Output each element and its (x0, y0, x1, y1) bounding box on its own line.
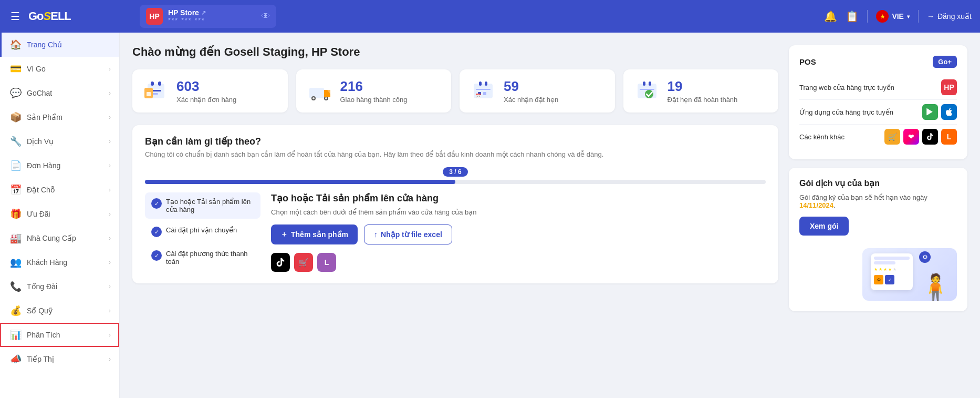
sendo-icon[interactable]: ❤ (903, 129, 919, 145)
next-steps-title: Bạn cần làm gì tiếp theo? (145, 136, 766, 147)
step-label-2: Cài đặt phương thức thanh toán (166, 250, 254, 266)
store-bar[interactable]: HP HP Store ↗ *** *** *** 👁 (140, 5, 276, 28)
xem-goi-button[interactable]: Xem gói (799, 217, 849, 236)
sidebar-item-don-hang[interactable]: 📄 Đơn Hàng › (0, 154, 119, 178)
app-store-icon[interactable] (941, 104, 957, 120)
svg-rect-21 (649, 81, 651, 86)
vietnam-flag: ★ (876, 10, 889, 23)
step-check-0: ✓ (151, 198, 162, 209)
sidebar-item-gochat[interactable]: 💬 GoChat › (0, 81, 119, 105)
logout-icon: → (927, 12, 934, 21)
language-selector[interactable]: ★ VIE ▾ (876, 10, 910, 23)
sidebar-item-dat-cho[interactable]: 📅 Đặt Chỗ › (0, 178, 119, 202)
chevron-right-icon: › (109, 210, 111, 218)
chevron-right-icon: › (109, 138, 111, 145)
ledger-icon: 💰 (10, 305, 22, 317)
sidebar-item-san-pham[interactable]: 📦 Sản Phẩm › (0, 105, 119, 129)
sidebar-item-tong-dai[interactable]: 📞 Tổng Đài › (0, 274, 119, 299)
channel-row-app: Ứng dụng cửa hàng trực tuyến (799, 100, 957, 125)
notifications-button[interactable]: 🔔 (824, 10, 837, 23)
content-main: Chào mừng đến Gosell Staging, HP Store (132, 45, 778, 385)
channel-others-icons: 🛒 ❤ L (884, 129, 957, 145)
menu-toggle-button[interactable]: ☰ (8, 8, 22, 25)
pos-row: POS Go+ (799, 56, 957, 68)
step-label-1: Cài đặt phí vận chuyển (166, 226, 237, 234)
sidebar-item-khach-hang[interactable]: 👥 Khách Hàng › (0, 250, 119, 274)
chevron-right-icon: › (109, 283, 111, 290)
tiktok-other-icon[interactable] (922, 129, 938, 145)
steps-list: ✓ Tạo hoặc Tải sản phẩm lên cửa hàng ✓ C… (145, 192, 260, 273)
stat-label-dat-hen: Xác nhận đặt hẹn (504, 96, 558, 104)
step-check-2: ✓ (151, 250, 162, 261)
shopee-other-icon[interactable]: 🛒 (884, 129, 900, 145)
stat-icon-order (143, 78, 169, 104)
top-header: ☰ GoSELL HP HP Store ↗ *** *** *** 👁 🔔 📋… (0, 0, 980, 33)
gift-icon: 🎁 (10, 208, 22, 220)
phone-icon: 📞 (10, 281, 22, 292)
import-excel-button[interactable]: ↑ Nhập từ file excel (364, 224, 452, 244)
stat-card-don-hang: 603 Xác nhận đơn hàng (132, 69, 288, 113)
sidebar-item-nha-cung-cap[interactable]: 🏭 Nhà Cung Cấp › (0, 226, 119, 250)
illus-screen: ★ ★ ★ ★ ★ ⚙ ✓ (871, 253, 913, 290)
chevron-right-icon: › (109, 331, 111, 339)
step-item-0[interactable]: ✓ Tạo hoặc Tải sản phẩm lên cửa hàng (145, 192, 260, 219)
svg-rect-7 (309, 88, 324, 98)
sidebar-item-dich-vu[interactable]: 🔧 Dịch Vụ › (0, 129, 119, 154)
lazada-other-icon[interactable]: L (941, 129, 957, 145)
stat-number-hoan-thanh: 19 (668, 78, 738, 95)
step-check-1: ✓ (151, 227, 162, 237)
channel-app-label: Ứng dụng cửa hàng trực tuyến (799, 108, 893, 116)
pos-channels-card: POS Go+ Trang web cửa hàng trực tuyến HP… (789, 45, 967, 159)
external-link-icon: ↗ (201, 9, 206, 16)
svg-rect-6 (147, 92, 151, 96)
pos-go-button[interactable]: Go+ (933, 56, 957, 68)
progress-bar-fill (145, 180, 455, 184)
wallet-icon: 💳 (10, 63, 22, 75)
header-actions: 🔔 📋 ★ VIE ▾ → Đăng xuất (824, 10, 972, 23)
channel-others-label: Các kênh khác (799, 133, 845, 141)
sidebar-item-phan-tich[interactable]: 📊 Phân Tích › (0, 323, 119, 347)
chevron-right-icon: › (109, 307, 111, 314)
sidebar-item-trang-chu[interactable]: 🏠 Trang Chủ (0, 33, 119, 57)
step-item-1[interactable]: ✓ Cài đặt phí vận chuyển (145, 221, 260, 242)
channel-row-web: Trang web cửa hàng trực tuyến HP (799, 75, 957, 100)
store-name: HP Store ↗ (168, 8, 256, 17)
svg-rect-22 (640, 89, 654, 90)
sidebar-item-vi-go[interactable]: 💳 Ví Go › (0, 57, 119, 81)
step-item-2[interactable]: ✓ Cài đặt phương thức thanh toán (145, 244, 260, 271)
welcome-title: Chào mừng đến Gosell Staging, HP Store (132, 45, 778, 59)
stat-card-giao-hang: 216 Giao hàng thành công (296, 69, 452, 113)
web-store-icon[interactable]: HP (941, 79, 957, 95)
content-area: Chào mừng đến Gosell Staging, HP Store (120, 33, 980, 398)
stat-label-giao-hang: Giao hàng thành công (340, 96, 408, 104)
sidebar-item-tiep-thi[interactable]: 📣 Tiếp Thị › (0, 347, 119, 371)
add-product-button[interactable]: ＋ Thêm sản phẩm (271, 224, 358, 244)
next-steps-card: Bạn cần làm gì tiếp theo? Chúng tôi có c… (132, 125, 778, 283)
chat-icon: 💬 (10, 87, 22, 99)
plus-icon: ＋ (280, 230, 288, 239)
sidebar-item-so-quy[interactable]: 💰 Sổ Quỹ › (0, 299, 119, 323)
step-label-0: Tạo hoặc Tải sản phẩm lên cửa hàng (166, 198, 254, 213)
stat-number-dat-hen: 59 (504, 78, 558, 95)
stat-icon-appointment: 📅 (470, 78, 496, 104)
svg-rect-20 (643, 81, 645, 86)
right-sidebar: POS Go+ Trang web cửa hàng trực tuyến HP… (789, 45, 967, 385)
progress-bar-bg (145, 180, 766, 184)
service-desc: Gói đăng ký của bạn sẽ hết hạn vào ngày … (799, 193, 957, 209)
logout-button[interactable]: → Đăng xuất (927, 12, 972, 21)
lazada-icon: L (317, 253, 336, 272)
stat-number-giao-hang: 216 (340, 78, 408, 95)
clipboard-button[interactable]: 📋 (846, 10, 859, 23)
sidebar-item-uu-dai[interactable]: 🎁 Ưu Đãi › (0, 202, 119, 226)
channel-row-others: Các kênh khác 🛒 ❤ (799, 125, 957, 149)
stats-row: 603 Xác nhận đơn hàng (132, 69, 778, 113)
store-info: HP Store ↗ *** *** *** (168, 8, 256, 24)
progress-label: 3 / 6 (443, 167, 467, 177)
step-buttons: ＋ Thêm sản phẩm ↑ Nhập từ file excel (271, 224, 766, 244)
chevron-right-icon: › (109, 162, 111, 169)
service-title: Gói dịch vụ của bạn (799, 178, 957, 188)
home-icon: 🏠 (10, 39, 22, 50)
google-play-icon[interactable] (922, 104, 938, 120)
chevron-right-icon: › (109, 355, 111, 363)
illustration-placeholder: ★ ★ ★ ★ ★ ⚙ ✓ (862, 248, 957, 301)
